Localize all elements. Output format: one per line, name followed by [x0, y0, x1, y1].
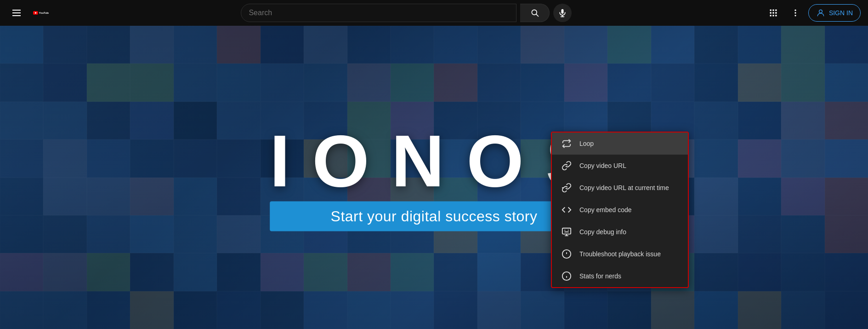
svg-rect-9 [772, 10, 774, 11]
menu-item-copy-url-label: Copy video URL [579, 162, 626, 169]
menu-item-troubleshoot-label: Troubleshoot playback issue [579, 250, 661, 258]
video-title-overlay: I O N O S Start your digital success sto… [270, 124, 599, 231]
svg-rect-13 [775, 12, 777, 13]
sign-in-label: SIGN IN [829, 9, 853, 17]
menu-item-loop[interactable]: Loop [552, 133, 688, 155]
svg-rect-8 [770, 10, 771, 11]
microphone-icon [558, 8, 567, 17]
svg-point-19 [794, 15, 796, 16]
svg-text:YouTube: YouTube [39, 12, 49, 14]
search-bar [241, 4, 516, 22]
subtitle-text: Start your digital success story [331, 208, 538, 224]
svg-rect-15 [772, 15, 774, 16]
menu-item-stats[interactable]: Stats for nerds [552, 265, 688, 287]
link-time-icon [561, 182, 572, 193]
menu-item-copy-embed-label: Copy embed code [579, 206, 632, 214]
menu-item-stats-label: Stats for nerds [579, 272, 621, 280]
context-menu: Loop Copy video URL Copy v [551, 132, 689, 288]
svg-point-17 [794, 10, 796, 11]
microphone-button[interactable] [553, 4, 572, 22]
search-input[interactable] [241, 4, 516, 22]
search-button[interactable] [520, 4, 550, 22]
svg-rect-12 [772, 12, 774, 13]
header-left: YouTube [7, 4, 49, 22]
link-icon [561, 160, 572, 171]
svg-point-18 [794, 12, 796, 13]
apps-button[interactable] [764, 4, 783, 22]
menu-item-copy-embed[interactable]: Copy embed code [552, 199, 688, 221]
svg-rect-5 [562, 9, 564, 14]
account-icon [816, 8, 825, 17]
sign-in-button[interactable]: SIGN IN [808, 4, 861, 22]
svg-rect-16 [775, 15, 777, 16]
debug-icon [561, 226, 572, 237]
embed-icon [561, 204, 572, 215]
apps-icon [769, 8, 778, 17]
troubleshoot-icon [561, 248, 572, 260]
header-center [49, 4, 764, 22]
svg-rect-10 [775, 10, 777, 11]
more-options-button[interactable] [786, 4, 805, 22]
svg-line-4 [536, 14, 539, 17]
svg-rect-14 [770, 15, 771, 16]
menu-item-loop-label: Loop [579, 140, 594, 147]
svg-rect-11 [770, 12, 771, 13]
youtube-logo-icon: YouTube [33, 7, 49, 18]
menu-item-copy-debug-label: Copy debug info [579, 228, 626, 236]
header: YouTube [0, 0, 868, 26]
hamburger-button[interactable] [7, 4, 26, 22]
subtitle-bar: Start your digital success story [270, 201, 599, 231]
loop-icon [561, 138, 572, 149]
ionos-title: I O N O S [270, 124, 599, 197]
menu-item-copy-debug[interactable]: Copy debug info [552, 221, 688, 243]
svg-rect-24 [562, 228, 571, 234]
video-player[interactable]: I O N O S Start your digital success sto… [0, 26, 868, 329]
menu-item-troubleshoot[interactable]: Troubleshoot playback issue [552, 243, 688, 265]
more-options-icon [791, 8, 800, 17]
menu-item-copy-url-time[interactable]: Copy video URL at current time [552, 177, 688, 199]
header-right: SIGN IN [764, 4, 861, 22]
info-icon [561, 271, 572, 282]
menu-item-copy-url-time-label: Copy video URL at current time [579, 184, 669, 191]
menu-item-copy-url[interactable]: Copy video URL [552, 155, 688, 177]
svg-point-20 [819, 10, 823, 13]
youtube-logo[interactable]: YouTube [33, 7, 49, 18]
search-icon [530, 8, 539, 17]
